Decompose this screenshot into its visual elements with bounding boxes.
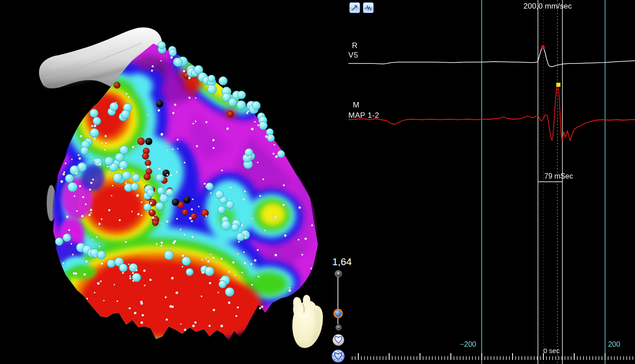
measurement-point [100,281,102,282]
measurement-point [228,301,230,304]
measurement-point [107,165,109,168]
ablation-point [137,138,145,145]
selected-point [132,174,140,181]
measurement-point [250,263,253,265]
measurement-point [166,174,168,176]
measurement-point [257,249,259,251]
measurement-point [86,149,88,150]
measurement-point [166,318,168,320]
measurement-point [132,272,134,274]
measurement-point [177,148,178,149]
map-3d-view[interactable] [0,0,345,364]
sweep-speed-label: 200,0 mm/sec [523,2,572,10]
measurement-point [161,223,162,224]
measurement-point [217,291,219,293]
zoom-in-button[interactable]: + [335,270,342,277]
measurement-point [143,270,146,272]
measurement-point [105,135,107,137]
measurement-point [129,307,131,310]
measurement-point [71,159,73,160]
selected-point [70,165,79,175]
measurement-point [241,224,243,227]
measurement-point [209,325,211,327]
selected-point [115,153,124,162]
map-tools-button[interactable] [349,2,360,13]
measurement-point [176,291,178,294]
measurement-point [158,168,161,170]
measurement-point [149,279,151,281]
measurement-point [96,236,98,238]
measurement-point [284,234,286,237]
measurement-point [192,123,194,125]
measurement-point [205,121,208,123]
measurement-point [119,219,121,222]
measurement-point [220,279,221,281]
measurement-point [184,162,186,164]
measurement-point [171,277,174,280]
measurement-point [212,139,215,141]
measurement-point [192,325,195,327]
measurement-point [244,262,246,265]
special-point [145,138,152,145]
measurement-point [198,206,200,208]
measurement-point [88,214,91,216]
measurement-point [249,155,251,158]
measurement-point [64,171,65,173]
selected-point [90,128,99,137]
measurement-point [209,282,211,284]
selected-point [221,221,231,230]
selected-point [219,77,227,85]
heart-compass-button[interactable] [332,349,345,363]
heart-orientation-model[interactable] [293,295,323,348]
peak-marker [541,45,545,49]
measurement-point [94,292,96,294]
measurement-point [90,182,93,184]
ablation-point [152,220,159,226]
measurement-point [274,216,277,218]
measurement-point [86,298,88,300]
measurement-point [188,97,190,99]
measurement-point [311,224,313,226]
measurement-point [201,259,203,261]
measurement-point [210,192,212,194]
measurement-point [259,307,261,310]
heart-view-button[interactable] [332,334,344,346]
measurement-point [205,215,207,217]
measurement-point [141,201,142,203]
measurement-point [90,209,92,211]
measurement-point [72,254,74,256]
zoom-slider-handle[interactable] [333,309,343,318]
special-point [183,196,190,204]
selected-point [231,223,239,231]
measurement-point [132,146,134,148]
measurement-point [172,242,175,244]
measurement-point [94,125,97,127]
add-signal-button[interactable] [363,2,374,13]
special-point [156,100,163,107]
measurement-point [156,243,158,245]
trace-R [348,47,635,67]
measurement-point [99,163,101,165]
measurement-point [262,178,264,180]
measurement-point [85,260,88,263]
ablation-point [144,174,151,180]
selected-point [164,250,174,260]
measurement-point [78,154,79,156]
measurement-point [259,195,261,197]
measurement-point [97,282,100,285]
heart-compass-icon [332,350,344,362]
measurement-point [226,127,229,130]
selected-point [93,117,101,125]
selected-point [259,121,267,130]
measurement-point [180,229,181,231]
measurement-point [131,211,132,212]
measurement-point [274,254,277,257]
measurement-point [283,204,285,206]
zoom-out-button[interactable]: − [336,325,342,330]
measurement-point [194,321,196,324]
measurement-point [205,186,207,188]
selected-point [219,281,226,288]
time-ruler [352,353,633,360]
measurement-point [95,255,97,257]
cardiac-map-model[interactable] [39,27,327,354]
